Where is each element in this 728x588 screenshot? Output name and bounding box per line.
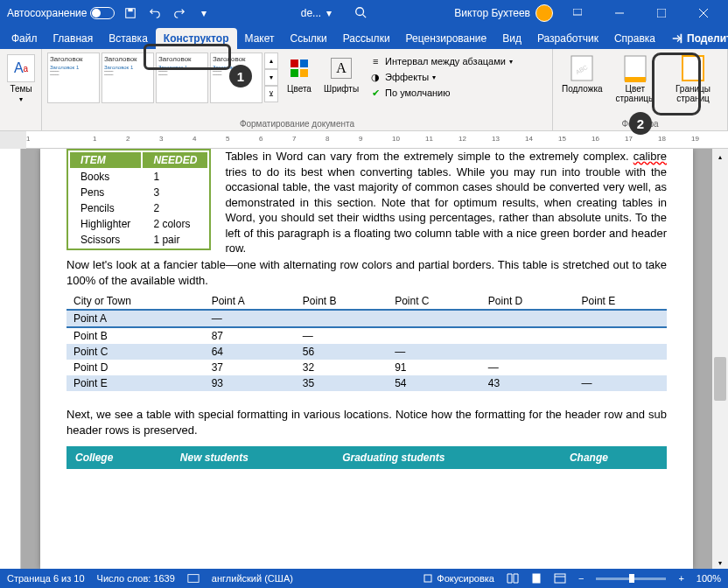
tab-review[interactable]: Рецензирование [398, 28, 495, 49]
title-dropdown-icon[interactable]: ▾ [326, 7, 332, 19]
effects-label: Эффекты [385, 72, 429, 82]
zoom-in-button[interactable]: + [678, 573, 683, 584]
colors-button[interactable]: Цвета [282, 52, 317, 117]
items-table[interactable]: ITEMNEEDED Books1 Pens3 Pencils2 Highlig… [66, 149, 211, 250]
focus-mode-button[interactable]: Фокусировка [423, 573, 494, 584]
undo-button[interactable] [146, 4, 164, 22]
themes-label: Темы [10, 84, 32, 94]
para-spacing-label: Интервал между абзацами [385, 56, 506, 66]
gallery-down-button[interactable]: ▾ [264, 69, 278, 86]
fonts-icon: A [327, 54, 355, 82]
gallery-more-button[interactable]: ⊻ [264, 86, 278, 102]
colors-label: Цвета [287, 84, 312, 94]
tab-mailings[interactable]: Рассылки [335, 28, 398, 49]
minimize-button[interactable] [602, 0, 637, 26]
effects-icon: ◑ [369, 71, 382, 83]
scroll-track[interactable] [712, 164, 728, 555]
table-row: Books1 [70, 170, 207, 184]
page-borders-button[interactable]: Границы страниц [664, 52, 722, 117]
paragraph[interactable]: Now let's look at a fancier table—one wi… [66, 257, 667, 288]
spellcheck-button[interactable] [187, 572, 200, 584]
svg-rect-6 [657, 9, 666, 18]
zoom-slider[interactable] [596, 578, 666, 580]
effects-button[interactable]: ◑ Эффекты ▾ [368, 70, 514, 84]
print-layout-button[interactable] [531, 573, 542, 584]
teal-table[interactable]: CollegeNew studentsGraduating studentsCh… [66, 446, 667, 469]
tab-layout[interactable]: Макет [237, 28, 283, 49]
scroll-thumb[interactable] [714, 357, 726, 401]
tab-references[interactable]: Ссылки [282, 28, 334, 49]
tab-developer[interactable]: Разработчик [529, 28, 606, 49]
style-item[interactable]: ЗаголовокЗаголовок 1━━━━━━━━━━ [102, 52, 154, 103]
table-row: Highlighter2 colors [70, 217, 207, 231]
gallery-up-button[interactable]: ▴ [264, 52, 278, 69]
table-header: Point B [296, 293, 388, 310]
vertical-scrollbar[interactable]: ▴ ▾ [712, 149, 728, 570]
tab-home[interactable]: Главная [46, 28, 102, 49]
table-row: Pencils2 [70, 201, 207, 215]
maximize-button[interactable] [644, 0, 679, 26]
fonts-label: Шрифты [324, 84, 359, 94]
word-count[interactable]: Число слов: 1639 [97, 573, 175, 584]
tab-view[interactable]: Вид [494, 28, 529, 49]
table-row: Point B87— [66, 327, 667, 344]
table-row: Scissors1 pair [70, 233, 207, 247]
horizontal-ruler[interactable]: 112345678910111213141516171819 [0, 131, 728, 149]
table-row: Point D373291— [66, 360, 667, 375]
search-icon[interactable] [354, 6, 367, 21]
style-item[interactable]: ЗаголовокЗаголовок 1━━━━━━━━━━ [47, 52, 100, 103]
toggle-switch-icon [90, 7, 115, 19]
table-header: Point D [481, 293, 575, 310]
spelling-error[interactable]: calibre [634, 150, 667, 163]
zoom-level[interactable]: 100% [696, 573, 721, 584]
page-color-label: Цвет страницы [613, 84, 657, 103]
default-icon: ✔ [369, 87, 382, 99]
table-row: Point A— [66, 310, 667, 327]
ribbon-display-button[interactable] [560, 0, 595, 26]
table-header: Change [561, 446, 667, 469]
tab-insert[interactable]: Вставка [101, 28, 156, 49]
language-button[interactable]: английский (США) [212, 573, 293, 584]
zoom-out-button[interactable]: − [578, 573, 584, 584]
titlebar: Автосохранение ▾ de... ▾ Виктор Бухтеев [0, 0, 728, 26]
autosave-toggle[interactable]: Автосохранение [7, 7, 115, 19]
tab-file[interactable]: Файл [4, 28, 46, 49]
svg-rect-17 [625, 77, 646, 82]
style-item[interactable]: ЗаголовокЗаголовок 1━━━━━━━━━━ [156, 52, 208, 103]
save-button[interactable] [122, 4, 139, 22]
redo-button[interactable] [171, 4, 188, 22]
user-name: Виктор Бухтеев [454, 7, 530, 19]
annotation-callout-1: 1 [229, 65, 252, 88]
set-default-button[interactable]: ✔ По умолчанию [368, 86, 514, 100]
close-button[interactable] [686, 0, 721, 26]
watermark-button[interactable]: ABC Подложка [558, 52, 606, 117]
scroll-up-button[interactable]: ▴ [712, 149, 728, 164]
share-icon [671, 32, 683, 45]
user-account[interactable]: Виктор Бухтеев [454, 4, 553, 22]
page-color-button[interactable]: Цвет страницы [610, 52, 661, 117]
svg-rect-13 [300, 69, 308, 77]
paragraph-spacing-button[interactable]: ≡ Интервал между абзацами ▾ [368, 54, 514, 68]
fonts-button[interactable]: A Шрифты [320, 52, 362, 117]
web-layout-button[interactable] [554, 573, 566, 584]
vertical-ruler[interactable] [0, 149, 21, 570]
para-spacing-icon: ≡ [369, 55, 382, 67]
themes-icon: Aa [7, 54, 35, 82]
page-indicator[interactable]: Страница 6 из 10 [7, 573, 85, 584]
document-scroll[interactable]: ITEMNEEDED Books1 Pens3 Pencils2 Highlig… [21, 149, 712, 570]
read-mode-button[interactable] [507, 573, 519, 584]
page[interactable]: ITEMNEEDED Books1 Pens3 Pencils2 Highlig… [40, 149, 693, 569]
tab-help[interactable]: Справка [606, 28, 663, 49]
ribbon: Aa Темы ▾ ЗаголовокЗаголовок 1━━━━━━━━━━… [0, 49, 728, 131]
svg-point-2 [356, 7, 364, 15]
table-header: Point A [205, 293, 296, 310]
share-button[interactable]: Поделиться [663, 28, 728, 49]
qat-dropdown[interactable]: ▾ [195, 4, 213, 22]
colors-icon [285, 54, 313, 82]
paragraph[interactable]: Next, we see a table with special format… [66, 407, 667, 438]
svg-line-3 [363, 14, 367, 18]
svg-rect-21 [533, 574, 540, 583]
fancy-table[interactable]: City or TownPoint APoint BPoint CPoint D… [66, 293, 667, 391]
themes-button[interactable]: Aa Темы ▾ [5, 52, 37, 129]
tab-design[interactable]: Конструктор [156, 28, 237, 49]
